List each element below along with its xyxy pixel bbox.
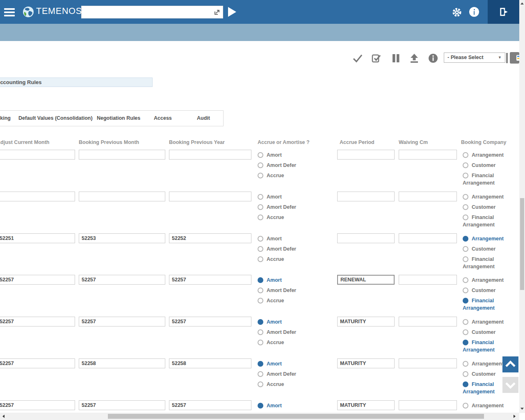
signout-button[interactable]: [488, 0, 519, 24]
radio-icon[interactable]: [258, 288, 263, 293]
vertical-scrollbar-thumb[interactable]: [520, 198, 524, 290]
accrue-option-accrue[interactable]: Accrue: [258, 339, 304, 346]
booking-previous-year-input[interactable]: [169, 275, 251, 285]
radio-icon[interactable]: [258, 194, 263, 200]
accrue-period-input[interactable]: [337, 317, 395, 326]
scrollbar-left-arrow-icon[interactable]: [2, 415, 5, 418]
adjust-current-month-input[interactable]: [0, 150, 75, 160]
company-option-financial-arrangement[interactable]: Financial Arrangement: [463, 256, 509, 270]
booking-previous-year-input[interactable]: [169, 317, 251, 326]
radio-icon[interactable]: [463, 340, 468, 345]
accrue-period-input[interactable]: [337, 275, 395, 285]
company-option-financial-arrangement[interactable]: Financial Arrangement: [463, 339, 509, 354]
run-icon[interactable]: [228, 7, 236, 17]
accrue-period-input[interactable]: [337, 358, 395, 368]
radio-icon[interactable]: [463, 277, 468, 283]
accrue-option-amort-defer[interactable]: Amort Defer: [258, 245, 304, 253]
waiving-cm-input[interactable]: [399, 233, 457, 243]
radio-icon[interactable]: [258, 256, 263, 262]
accrue-option-accrue[interactable]: Accrue: [258, 381, 304, 388]
booking-previous-month-input[interactable]: [79, 150, 165, 160]
radio-icon[interactable]: [463, 162, 468, 168]
radio-icon[interactable]: [463, 194, 468, 200]
company-option-arrangement[interactable]: Arrangement: [463, 360, 509, 368]
booking-previous-year-input[interactable]: [169, 233, 251, 243]
waiving-cm-input[interactable]: [399, 358, 457, 368]
booking-previous-month-input[interactable]: [79, 192, 165, 201]
booking-previous-year-input[interactable]: [169, 400, 251, 410]
company-option-arrangement[interactable]: Arrangement: [463, 276, 509, 284]
toolbar-button-fragment[interactable]: [506, 53, 508, 63]
radio-icon[interactable]: [258, 319, 263, 325]
booking-previous-month-input[interactable]: [79, 233, 165, 243]
company-option-customer[interactable]: Customer: [463, 245, 509, 253]
radio-icon[interactable]: [258, 246, 263, 252]
launch-icon[interactable]: [214, 9, 220, 16]
radio-icon[interactable]: [258, 277, 263, 283]
company-option-financial-arrangement[interactable]: Financial Arrangement: [463, 381, 509, 395]
accrue-period-input[interactable]: [337, 233, 395, 243]
accrue-option-accrue[interactable]: Accrue: [258, 297, 304, 304]
company-option-customer[interactable]: Customer: [463, 162, 509, 169]
waiving-cm-input[interactable]: [399, 275, 457, 285]
accrue-period-input[interactable]: [337, 150, 395, 160]
radio-icon[interactable]: [463, 288, 468, 293]
adjust-current-month-input[interactable]: [0, 275, 75, 285]
scrollbar-right-arrow-icon[interactable]: [514, 415, 516, 418]
radio-icon[interactable]: [258, 173, 263, 178]
tab-negotiation-rules[interactable]: Negotiation Rules: [97, 115, 140, 121]
info-icon[interactable]: [428, 53, 438, 64]
accrue-option-accrue[interactable]: Accrue: [258, 256, 304, 263]
radio-icon[interactable]: [463, 204, 468, 210]
radio-icon[interactable]: [258, 371, 263, 377]
radio-icon[interactable]: [463, 152, 468, 158]
accrue-period-input[interactable]: [337, 400, 395, 410]
radio-icon[interactable]: [258, 340, 263, 345]
radio-icon[interactable]: [463, 173, 468, 178]
adjust-current-month-input[interactable]: [0, 317, 75, 326]
radio-icon[interactable]: [258, 403, 263, 409]
tab-access[interactable]: Access: [154, 115, 172, 121]
accrue-option-amort[interactable]: Amort: [258, 318, 304, 326]
command-search-box[interactable]: [81, 6, 223, 18]
accrue-option-amort-defer[interactable]: Amort Defer: [258, 370, 304, 378]
company-option-arrangement[interactable]: Arrangement: [463, 402, 509, 409]
company-option-financial-arrangement[interactable]: Financial Arrangement: [463, 172, 509, 187]
accrue-option-amort[interactable]: Amort: [258, 151, 304, 159]
accrue-option-amort[interactable]: Amort: [258, 235, 304, 242]
booking-previous-year-input[interactable]: [169, 150, 251, 160]
validate-icon[interactable]: [371, 53, 381, 64]
radio-icon[interactable]: [463, 319, 468, 325]
tab-default-values[interactable]: Default Values (Consolidation): [18, 115, 93, 121]
company-option-customer[interactable]: Customer: [463, 287, 509, 294]
radio-icon[interactable]: [463, 215, 468, 220]
radio-icon[interactable]: [258, 162, 263, 168]
clipboard-button[interactable]: [510, 52, 519, 64]
radio-icon[interactable]: [258, 236, 263, 242]
company-option-arrangement[interactable]: Arrangement: [463, 193, 509, 201]
booking-previous-month-input[interactable]: [79, 317, 165, 326]
commit-icon[interactable]: [352, 53, 363, 64]
company-option-financial-arrangement[interactable]: Financial Arrangement: [463, 297, 509, 312]
radio-icon[interactable]: [258, 381, 263, 387]
accrue-option-accrue[interactable]: Accrue: [258, 214, 304, 221]
radio-icon[interactable]: [463, 256, 468, 262]
accrue-option-amort-defer[interactable]: Amort Defer: [258, 287, 304, 294]
tab-booking[interactable]: Booking: [0, 115, 11, 121]
tab-audit[interactable]: Audit: [197, 115, 210, 121]
company-option-arrangement[interactable]: Arrangement: [463, 235, 509, 242]
radio-icon[interactable]: [463, 403, 468, 409]
accrue-period-input[interactable]: [337, 192, 395, 201]
company-option-customer[interactable]: Customer: [463, 370, 509, 378]
hold-icon[interactable]: [390, 53, 401, 64]
accrue-option-amort[interactable]: Amort: [258, 193, 304, 201]
adjust-current-month-input[interactable]: [0, 400, 75, 410]
accrue-option-amort-defer[interactable]: Amort Defer: [258, 203, 304, 211]
scroll-down-button[interactable]: [502, 377, 518, 393]
waiving-cm-input[interactable]: [399, 192, 457, 201]
gear-icon[interactable]: [451, 7, 463, 18]
accrue-option-amort[interactable]: Amort: [258, 402, 304, 409]
accrue-option-amort[interactable]: Amort: [258, 360, 304, 368]
radio-icon[interactable]: [463, 329, 468, 335]
company-option-customer[interactable]: Customer: [463, 203, 509, 211]
